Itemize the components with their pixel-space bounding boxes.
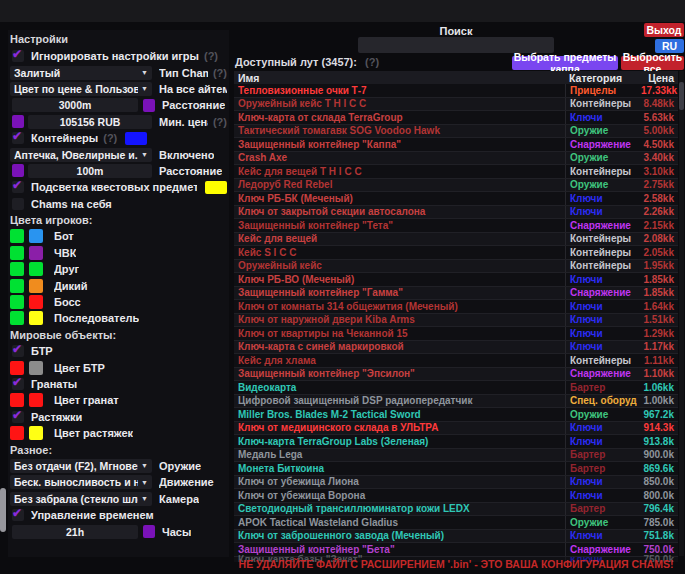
table-row[interactable]: Crash AxeОружие3.40kk xyxy=(234,152,678,166)
table-row[interactable]: Кейс для хламаКонтейнеры1.11kk xyxy=(234,354,678,368)
table-row[interactable]: Ледоруб Red RebelОружие2.75kk xyxy=(234,179,678,193)
color-swatch[interactable] xyxy=(29,361,43,375)
table-row[interactable]: Ключ РБ-БК (Меченый)Ключи2.58kk xyxy=(234,192,678,206)
color-swatch[interactable] xyxy=(29,246,43,260)
table-scrollbar[interactable] xyxy=(679,71,684,556)
dropdown[interactable]: Без забрала (стекло шлема)▼ xyxy=(10,492,152,506)
color-swatch[interactable] xyxy=(29,229,43,243)
table-row[interactable]: Кейс S I C CКонтейнеры2.05kk xyxy=(234,246,678,260)
color-swatch[interactable] xyxy=(10,361,24,375)
table-row[interactable]: Оружейный кейс T H I C CКонтейнеры8.48kk xyxy=(234,98,678,112)
item-name: Ключ от заброшенного завода (Меченый) xyxy=(234,530,565,541)
checkbox-checked[interactable] xyxy=(12,509,24,521)
table-row[interactable]: Защищенный контейнер "Тета"Снаряжение2.1… xyxy=(234,219,678,233)
table-row[interactable]: Светодиодный трансиллюминатор кожи LEDXБ… xyxy=(234,503,678,517)
table-row[interactable]: APOK Tactical Wasteland GladiusОружие785… xyxy=(234,516,678,530)
table-row[interactable]: Ключ от медицинского склада в УЛЬТРАКлюч… xyxy=(234,422,678,436)
checkbox-checked[interactable] xyxy=(12,345,24,357)
table-row[interactable]: ВидеокартаБартер1.06kk xyxy=(234,381,678,395)
table-row[interactable]: Ключ от квартиры на Чеканной 15Ключи1.29… xyxy=(234,327,678,341)
value-input[interactable]: 100m xyxy=(28,164,152,178)
checkbox-checked[interactable] xyxy=(12,378,24,390)
color-swatch[interactable] xyxy=(29,295,43,309)
dropdown[interactable]: Беск. выносливость и нет уста▼ xyxy=(10,475,152,489)
value-input[interactable]: 3000m xyxy=(12,98,138,112)
color-swatch[interactable] xyxy=(143,99,155,112)
color-swatch[interactable] xyxy=(12,164,24,177)
dropdown-label: На все айтемы xyxy=(159,83,227,95)
table-row[interactable]: Оружейный кейсКонтейнеры1.95kk xyxy=(234,260,678,274)
color-swatch[interactable] xyxy=(10,229,24,243)
value-input[interactable]: 105156 RUB xyxy=(28,115,152,129)
loot-table: Тепловизионные очки Т-7Прицелы17.33kkОру… xyxy=(234,84,678,562)
value-input[interactable]: 21h xyxy=(12,525,138,539)
dropdown[interactable]: Залитый▼ xyxy=(10,66,152,80)
checkbox[interactable] xyxy=(12,198,24,210)
table-row[interactable]: Защищенный контейнер "Каппа"Снаряжение4.… xyxy=(234,138,678,152)
table-row[interactable]: Монета БиткоинаБартер869.6k xyxy=(234,462,678,476)
item-name: Ключ-карта TerraGroup Labs (Зеленая) xyxy=(234,436,565,447)
color-swatch[interactable] xyxy=(29,262,43,276)
color-swatch[interactable] xyxy=(10,295,24,309)
color-swatch[interactable] xyxy=(10,262,24,276)
color-swatch[interactable] xyxy=(29,393,43,407)
dropdown-label: Камера xyxy=(159,493,199,505)
exit-button[interactable]: Выход xyxy=(644,23,684,37)
table-row[interactable]: Ключ РБ-ВО (Меченый)Ключи1.85kk xyxy=(234,273,678,287)
config-warning: НЕ УДАЛЯЙТЕ ФАЙЛ С РАСШИРЕНИЕМ '.bin' - … xyxy=(234,558,678,570)
table-row[interactable]: Ключ-карта с синей маркировкойКлючи1.17k… xyxy=(234,341,678,355)
dropdown[interactable]: Аптечка, Ювелирные и...▼ xyxy=(10,148,152,162)
item-category: Ключи xyxy=(565,327,637,340)
color-swatch[interactable] xyxy=(10,393,24,407)
table-row[interactable]: Miller Bros. Blades M-2 Tactical SwordОр… xyxy=(234,408,678,422)
drop-all-button[interactable]: Выбросить все xyxy=(621,56,684,70)
checkbox-checked[interactable] xyxy=(12,50,24,62)
dropdown-value: Аптечка, Ювелирные и... xyxy=(14,149,138,161)
dropdown[interactable]: Цвет по цене & Пользователь▼ xyxy=(10,82,152,96)
settings-row: Игнорировать настройки игры(?) xyxy=(10,48,227,64)
table-row[interactable]: Кейс для вещейКонтейнеры2.08kk xyxy=(234,233,678,247)
checkbox-label: Контейнеры xyxy=(31,132,98,144)
color-swatch[interactable] xyxy=(125,132,147,145)
table-row[interactable]: Защищенный контейнер "Гамма"Снаряжение1.… xyxy=(234,287,678,301)
table-row[interactable]: Ключ от наружной двери Kiba ArmsКлючи1.5… xyxy=(234,314,678,328)
color-swatch[interactable] xyxy=(10,426,24,440)
table-scrollbar-handle[interactable] xyxy=(679,82,684,110)
table-row[interactable]: Ключ-карта от склада TerraGroupКлючи5.63… xyxy=(234,111,678,125)
item-name: APOK Tactical Wasteland Gladius xyxy=(234,517,565,528)
table-row[interactable]: Тепловизионные очки Т-7Прицелы17.33kk xyxy=(234,84,678,98)
table-row[interactable]: Защищенный контейнер "Эпсилон"Снаряжение… xyxy=(234,368,678,382)
section-header: Разное: xyxy=(10,444,52,456)
color-swatch[interactable] xyxy=(12,115,24,128)
help-icon: (?) xyxy=(103,132,117,144)
table-row[interactable]: Ключ-карта TerraGroup Labs (Зеленая)Ключ… xyxy=(234,435,678,449)
settings-scrollbar[interactable] xyxy=(0,488,6,532)
item-category: Спец. оборудование xyxy=(565,395,637,408)
table-header: Имя Категория Цена xyxy=(234,71,678,84)
color-swatch[interactable] xyxy=(10,279,24,293)
dropdown[interactable]: Без отдачи (F2), Мгновенное п▼ xyxy=(10,459,152,473)
color-swatch[interactable] xyxy=(10,311,24,325)
color-swatch[interactable] xyxy=(143,525,155,538)
title-bar[interactable] xyxy=(0,0,685,22)
table-row[interactable]: Ключ от комнаты 314 общежития (Меченый)К… xyxy=(234,300,678,314)
color-swatch[interactable] xyxy=(29,279,43,293)
table-row[interactable]: Тактический томагавк SOG Voodoo HawkОруж… xyxy=(234,125,678,139)
checkbox-checked[interactable] xyxy=(12,132,24,144)
table-row[interactable]: Цифровой защищенный DSP радиопередатчикС… xyxy=(234,395,678,409)
item-category: Контейнеры xyxy=(565,98,637,111)
table-row[interactable]: Ключ от заброшенного завода (Меченый)Клю… xyxy=(234,530,678,544)
checkbox-checked[interactable] xyxy=(12,411,24,423)
table-row[interactable]: Медаль LegaБартер900.0k xyxy=(234,449,678,463)
table-row[interactable]: Кейс для вещей T H I C CКонтейнеры3.10kk xyxy=(234,165,678,179)
settings-row: Без отдачи (F2), Мгновенное п▼Оружие xyxy=(10,458,227,474)
color-swatch[interactable] xyxy=(205,181,227,194)
checkbox-checked[interactable] xyxy=(12,181,24,193)
table-row[interactable]: Ключ от закрытой секции автосалонаКлючи2… xyxy=(234,206,678,220)
color-swatch[interactable] xyxy=(10,246,24,260)
select-kappa-items-button[interactable]: Выбрать предметы каппа xyxy=(512,56,618,70)
table-row[interactable]: Ключ от убежища ВоронаКлючи800.0k xyxy=(234,489,678,503)
color-swatch[interactable] xyxy=(29,311,43,325)
table-row[interactable]: Ключ от убежища ЛионаКлючи850.0k xyxy=(234,476,678,490)
color-swatch[interactable] xyxy=(29,426,43,440)
